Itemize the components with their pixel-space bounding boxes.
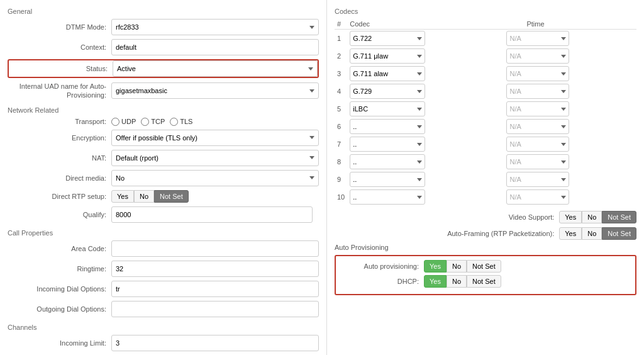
transport-udp-text: UDP — [121, 118, 136, 125]
codec-select[interactable]: .. — [350, 172, 425, 187]
table-row: 4G.729N/A — [335, 82, 636, 100]
codec-num: 10 — [335, 188, 347, 206]
codec-num: 1 — [335, 30, 347, 48]
codecs-section-title: Codecs — [335, 8, 636, 15]
qualify-label: Qualify: — [8, 211, 111, 218]
codec-select[interactable]: .. — [350, 119, 425, 134]
status-select[interactable]: Active Inactive — [113, 60, 318, 77]
ptime-select[interactable]: N/A — [506, 154, 569, 169]
ap-group: Yes No Not Set — [424, 260, 501, 273]
direct-rtp-yes-btn[interactable]: Yes — [111, 190, 134, 203]
codec-num: 2 — [335, 47, 347, 65]
direct-media-select[interactable]: No Yes — [111, 170, 319, 186]
table-row: 8..N/A — [335, 153, 636, 171]
qualify-input[interactable] — [111, 206, 313, 223]
table-row: 6..N/A — [335, 118, 636, 135]
outgoing-dial-input[interactable] — [111, 301, 319, 317]
channels-section-title: Channels — [8, 324, 319, 331]
transport-tcp-label[interactable]: TCP — [141, 118, 165, 126]
codec-select[interactable]: G.722 — [350, 31, 425, 46]
transport-tcp-radio[interactable] — [141, 118, 149, 126]
transport-udp-label[interactable]: UDP — [111, 118, 136, 126]
auto-provisioning-section-title: Auto Provisioning — [335, 244, 636, 251]
auto-framing-label: Auto-Framing (RTP Packetization): — [447, 230, 554, 237]
transport-tls-text: TLS — [180, 118, 192, 125]
incoming-limit-input[interactable] — [111, 335, 319, 351]
auto-framing-group: Yes No Not Set — [559, 227, 636, 240]
direct-media-label: Direct media: — [8, 174, 111, 182]
auto-provisioning-box: Auto provisioning: Yes No Not Set DHCP: … — [335, 255, 636, 295]
table-row: 9..N/A — [335, 171, 636, 188]
ap-label: Auto provisioning: — [342, 262, 424, 270]
ptime-select[interactable]: N/A — [506, 119, 569, 134]
codec-select[interactable]: G.711 alaw — [350, 66, 425, 81]
network-section-title: Network Related — [8, 106, 319, 114]
internal-uad-select[interactable]: gigasetmaxbasic — [111, 82, 319, 99]
ptime-select[interactable]: N/A — [506, 66, 569, 81]
dhcp-notset-btn[interactable]: Not Set — [467, 275, 501, 288]
transport-tls-label[interactable]: TLS — [170, 118, 192, 126]
codecs-table: # Codec Ptime 1G.722N/A2G.711 μlawN/A3G.… — [335, 19, 636, 206]
ptime-select[interactable]: N/A — [506, 137, 569, 152]
autoframing-no-btn[interactable]: No — [582, 227, 602, 240]
ringtime-label: Ringtime: — [8, 265, 111, 273]
table-row: 1G.722N/A — [335, 30, 636, 48]
direct-rtp-notset-btn[interactable]: Not Set — [154, 190, 189, 203]
autoframing-yes-btn[interactable]: Yes — [559, 227, 582, 240]
ptime-select[interactable]: N/A — [506, 31, 569, 46]
transport-label: Transport: — [8, 118, 111, 125]
codec-num: 7 — [335, 135, 347, 153]
area-code-input[interactable] — [111, 240, 319, 257]
nat-label: NAT: — [8, 154, 111, 162]
codec-num: 3 — [335, 65, 347, 82]
dhcp-no-btn[interactable]: No — [447, 275, 467, 288]
dhcp-yes-btn[interactable]: Yes — [424, 275, 447, 288]
incoming-dial-label: Incoming Dial Options: — [8, 285, 111, 293]
table-row: 7..N/A — [335, 135, 636, 153]
ap-no-btn[interactable]: No — [447, 260, 467, 273]
codec-select[interactable]: .. — [350, 154, 425, 169]
table-row: 3G.711 alawN/A — [335, 65, 636, 82]
video-notset-btn[interactable]: Not Set — [602, 211, 636, 223]
ap-yes-btn[interactable]: Yes — [424, 260, 447, 273]
codec-select[interactable]: .. — [350, 189, 425, 205]
encryption-select[interactable]: Offer if possible (TLS only) — [111, 130, 319, 146]
ap-notset-btn[interactable]: Not Set — [467, 260, 501, 273]
ptime-select[interactable]: N/A — [506, 84, 569, 99]
ringtime-input[interactable] — [111, 261, 319, 277]
incoming-dial-input[interactable] — [111, 281, 319, 297]
ptime-select[interactable]: N/A — [506, 101, 569, 116]
dtmf-select[interactable]: rfc2833 — [111, 19, 319, 35]
general-section-title: General — [8, 8, 319, 15]
direct-rtp-group: Yes No Not Set — [111, 190, 189, 203]
encryption-label: Encryption: — [8, 134, 111, 142]
area-code-label: Area Code: — [8, 245, 111, 252]
codec-select[interactable]: G.711 μlaw — [350, 48, 425, 64]
transport-group: UDP TCP TLS — [111, 118, 192, 126]
video-yes-btn[interactable]: Yes — [559, 211, 582, 223]
direct-rtp-no-btn[interactable]: No — [134, 190, 154, 203]
video-no-btn[interactable]: No — [582, 211, 602, 223]
ptime-select[interactable]: N/A — [506, 172, 569, 187]
nat-select[interactable]: Default (rport) — [111, 150, 319, 166]
transport-udp-radio[interactable] — [111, 118, 119, 126]
codec-select[interactable]: iLBC — [350, 101, 425, 116]
ptime-select[interactable]: N/A — [506, 48, 569, 64]
context-label: Context: — [8, 43, 111, 51]
codec-num: 6 — [335, 118, 347, 135]
codec-select[interactable]: .. — [350, 137, 425, 152]
internal-uad-label: Internal UAD name for Auto-Provisioning: — [8, 82, 111, 100]
table-row: 10..N/A — [335, 188, 636, 206]
dtmf-label: DTMF Mode: — [8, 23, 111, 31]
dhcp-group: Yes No Not Set — [424, 275, 501, 288]
table-row: 2G.711 μlawN/A — [335, 47, 636, 65]
autoframing-notset-btn[interactable]: Not Set — [602, 227, 636, 240]
table-row: 5iLBCN/A — [335, 100, 636, 118]
outgoing-dial-label: Outgoing Dial Options: — [8, 305, 111, 313]
ptime-select[interactable]: N/A — [506, 189, 569, 205]
context-input[interactable] — [111, 39, 319, 55]
codec-select[interactable]: G.729 — [350, 84, 425, 99]
codec-num: 4 — [335, 82, 347, 100]
transport-tls-radio[interactable] — [170, 118, 178, 126]
col-num: # — [335, 19, 347, 30]
